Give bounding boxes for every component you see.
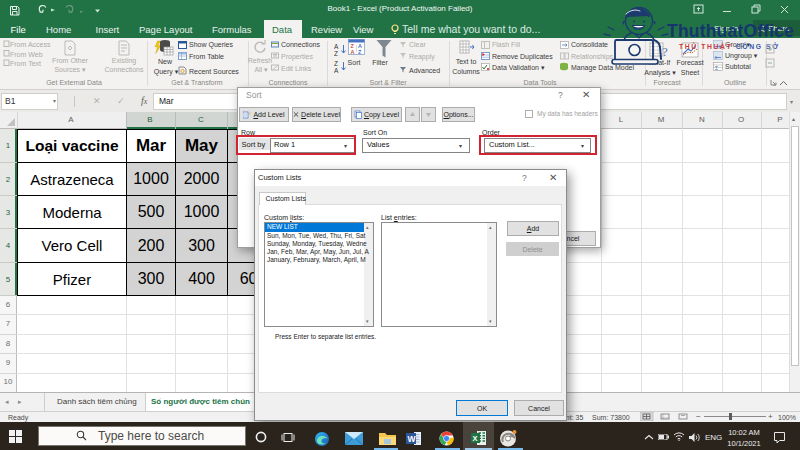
svg-text:X: X (473, 434, 478, 443)
svg-text:A: A (334, 43, 339, 50)
svg-text:W: W (408, 434, 417, 444)
svg-text:A: A (334, 67, 339, 73)
svg-text:Z: Z (334, 50, 338, 56)
svg-text:ThuthuatOffice: ThuthuatOffice (667, 21, 794, 41)
svg-text:A: A (351, 49, 355, 55)
svg-text:Z: Z (334, 60, 338, 67)
